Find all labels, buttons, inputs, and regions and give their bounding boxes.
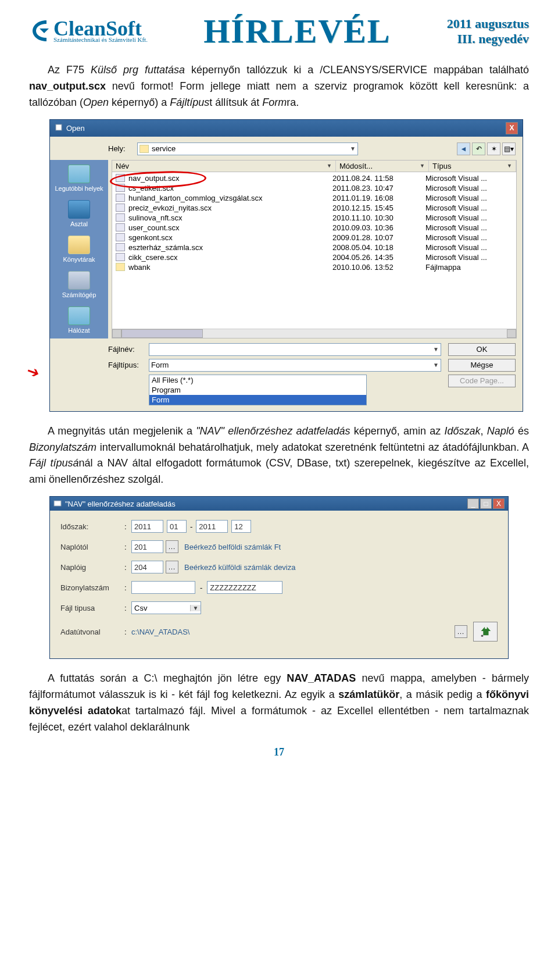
run-button[interactable] [473, 622, 498, 642]
new-folder-button[interactable]: ✶ [487, 142, 500, 155]
form-file-icon [116, 243, 125, 251]
desktop-icon [68, 200, 90, 219]
logo-name: CleanSoft [53, 19, 148, 38]
file-date: 2011.01.19. 16:08 [332, 194, 425, 202]
period-label: Időszak: [60, 522, 124, 531]
places-recent[interactable]: Legutóbbi helyek [53, 165, 105, 192]
form-file-icon [116, 233, 125, 241]
file-row[interactable]: preciz_evkozi_nyitas.scx2010.12.15. 15:4… [112, 203, 516, 213]
file-type: Microsoft Visual ... [425, 253, 513, 262]
paragraph-3: A futtatás során a C:\ meghajtón jön lét… [29, 671, 529, 736]
path-browse-button[interactable]: ... [455, 625, 467, 638]
filetype-option-form[interactable]: Form [149, 395, 366, 405]
open-dialog-title: Open [66, 124, 85, 133]
naplo-from-lookup[interactable]: ... [166, 540, 178, 553]
col-date[interactable]: Módosít...▼ [336, 161, 429, 172]
period-year-from[interactable]: 2011 [131, 520, 163, 533]
back-button[interactable]: ◄ [457, 142, 470, 155]
file-list-area: Név▼ Módosít...▼ Típus▼ nav_output.scx20… [112, 160, 517, 338]
ok-button[interactable]: OK [448, 343, 516, 356]
form-file-icon [116, 253, 125, 261]
filetype-combo[interactable]: Form▼ [149, 359, 441, 372]
scroll-right-icon[interactable] [507, 329, 516, 338]
open-dialog-titlebar[interactable]: Open X [50, 120, 523, 137]
file-name: sulinova_nft.scx [128, 213, 332, 222]
file-name: user_count.scx [128, 223, 332, 232]
window-icon [55, 123, 63, 133]
places-desktop[interactable]: Asztal [53, 200, 105, 227]
views-button[interactable]: ▤▾ [502, 142, 516, 155]
scroll-left-icon[interactable] [112, 329, 121, 338]
logo: CleanSoft Számítástechnikai és Számvitel… [29, 18, 148, 45]
file-row[interactable]: user_count.scx2010.09.03. 10:36Microsoft… [112, 223, 516, 233]
network-icon [68, 307, 90, 325]
period-year-to[interactable]: 2011 [196, 520, 228, 533]
page-header: CleanSoft Számítástechnikai és Számvitel… [29, 12, 529, 51]
file-row[interactable]: wbank2010.10.06. 13:52Fájlmappa [112, 262, 516, 272]
file-name: preciz_evkozi_nyitas.scx [128, 204, 332, 212]
file-row[interactable]: cikk_csere.scx2004.05.26. 14:35Microsoft… [112, 252, 516, 262]
places-bar: Legutóbbi helyek Asztal Könyvtárak Számí… [50, 160, 108, 338]
filetype-option-program[interactable]: Program [149, 385, 366, 395]
close-button[interactable]: X [506, 122, 518, 134]
filetype-listbox[interactable]: All Files (*.*) Program Form [149, 375, 367, 405]
cancel-button[interactable]: Mégse [448, 359, 516, 372]
places-computer[interactable]: Számítógép [53, 271, 105, 298]
file-type: Microsoft Visual ... [425, 184, 513, 193]
scroll-thumb[interactable] [121, 329, 203, 338]
period-month-to[interactable]: 12 [231, 520, 251, 533]
file-row[interactable]: sgenkont.scx2009.01.28. 10:07Microsoft V… [112, 233, 516, 243]
location-label: Hely: [108, 144, 131, 153]
logo-subtitle: Számítástechnikai és Számviteli Kft. [53, 37, 148, 43]
file-row[interactable]: eszterház_számla.scx2008.05.04. 10:18Mic… [112, 243, 516, 252]
naplo-from-input[interactable]: 201 [131, 540, 163, 553]
codepage-button: Code Page... [448, 375, 516, 387]
col-name[interactable]: Név▼ [112, 161, 336, 172]
folder-icon [140, 145, 149, 153]
file-type: Fájlmappa [425, 263, 513, 272]
places-network[interactable]: Hálózat [53, 307, 105, 334]
maximize-button[interactable]: □ [480, 498, 492, 509]
file-row[interactable]: sulinova_nft.scx2010.11.10. 10:30Microso… [112, 213, 516, 223]
up-button[interactable]: ↶ [472, 142, 485, 155]
filetype-combo[interactable]: Csv▼ [131, 601, 201, 614]
svg-rect-0 [56, 124, 62, 130]
open-dialog: Open X Hely: service ▼ ◄ ↶ ✶ ▤▾ Legutóbb… [49, 119, 523, 412]
close-button[interactable]: X [493, 498, 505, 509]
filetype-label: Fájltípus: [108, 361, 149, 369]
minimize-button[interactable]: _ [467, 498, 479, 509]
period-month-from[interactable]: 01 [167, 520, 187, 533]
nav-form-titlebar[interactable]: "NAV" ellenőrzéshez adatfeladás _ □ X [50, 497, 508, 511]
file-row[interactable]: cs_etikett.scx2011.08.23. 10:47Microsoft… [112, 183, 516, 193]
filetype-option-all[interactable]: All Files (*.*) [149, 375, 366, 385]
horizontal-scrollbar[interactable] [112, 329, 516, 338]
file-date: 2009.01.28. 10:07 [332, 233, 425, 242]
file-date: 2010.09.03. 10:36 [332, 223, 425, 232]
red-arrow-annotation: ➔ [24, 361, 42, 383]
svg-rect-1 [54, 501, 61, 506]
file-row[interactable]: nav_output.scx2011.08.24. 11:58Microsoft… [112, 173, 516, 183]
places-libraries[interactable]: Könyvtárak [53, 236, 105, 263]
file-date: 2008.05.04. 10:18 [332, 243, 425, 252]
naplo-to-lookup[interactable]: ... [166, 561, 178, 573]
biz-to-input[interactable]: ZZZZZZZZZZ [207, 581, 282, 594]
location-combo[interactable]: service ▼ [137, 142, 358, 155]
location-value: service [152, 144, 176, 153]
libraries-icon [68, 236, 90, 254]
file-type: Microsoft Visual ... [425, 194, 513, 202]
form-file-icon [116, 184, 125, 192]
issue-date-line1: 2011 augusztus [447, 16, 529, 31]
form-file-icon [116, 204, 125, 212]
col-type[interactable]: Típus▼ [429, 161, 516, 172]
form-file-icon [116, 194, 125, 202]
file-date: 2011.08.24. 11:58 [332, 174, 425, 183]
biz-dash: - [200, 583, 202, 592]
file-list[interactable]: nav_output.scx2011.08.24. 11:58Microsoft… [112, 172, 516, 329]
naplo-to-input[interactable]: 204 [131, 561, 163, 573]
filename-input[interactable]: ▼ [149, 343, 441, 356]
naplo-from-label: Naplótól [60, 543, 124, 551]
filetype-label: Fájl tipusa [60, 604, 124, 612]
file-row[interactable]: hunland_karton_commlog_vizsgálat.scx2011… [112, 193, 516, 203]
file-name: nav_output.scx [128, 174, 332, 183]
biz-from-input[interactable] [131, 581, 195, 594]
